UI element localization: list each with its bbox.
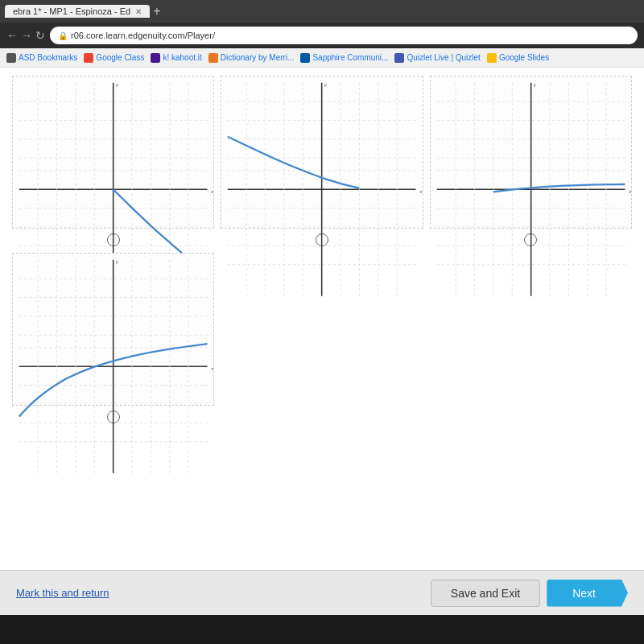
address-bar-row: ← → ↻ 🔒 r06.core.learn.edgenuity.com/Pla… [0, 23, 644, 48]
svg-text:x: x [629, 188, 631, 194]
tab-bar: ebra 1* - MP1 - Espinoza - Ed ✕ + [0, 0, 644, 23]
graphs-top-row: x y [12, 76, 632, 246]
bookmark-asd[interactable]: ASD Bookmarks [6, 53, 77, 63]
graph-box-3: x y [430, 76, 632, 229]
tab-title: ebra 1* - MP1 - Espinoza - Ed [13, 6, 130, 16]
address-bar[interactable]: 🔒 r06.core.learn.edgenuity.com/Player/ [50, 27, 638, 44]
refresh-button[interactable]: ↻ [35, 29, 45, 42]
button-group: Save and Exit Next [431, 580, 628, 607]
dictionary-icon [208, 53, 218, 63]
svg-text:x: x [211, 365, 213, 371]
graph-item-1: x y [12, 76, 214, 246]
graph-item-3: x y [430, 76, 632, 246]
bookmark-dictionary[interactable]: Dictionary by Merri... [208, 53, 295, 63]
slides-icon [487, 53, 497, 63]
active-tab[interactable]: ebra 1* - MP1 - Espinoza - Ed ✕ [5, 5, 150, 18]
kahoot-icon [151, 53, 160, 63]
forward-button[interactable]: → [21, 29, 32, 42]
nav-buttons: ← → ↻ [6, 29, 45, 42]
graph-item-4: x y [12, 253, 214, 423]
svg-text:y: y [116, 81, 119, 87]
svg-text:x: x [211, 188, 213, 194]
bookmark-slides[interactable]: Google Slides [487, 53, 549, 63]
bookmark-google-class[interactable]: Google Class [84, 53, 144, 63]
bookmark-kahoot[interactable]: k! kahoot.it [151, 53, 201, 63]
svg-text:y: y [116, 258, 119, 264]
graph-svg-2: x y [221, 76, 422, 302]
quiz-area: x y [0, 68, 644, 570]
next-button[interactable]: Next [547, 580, 628, 607]
bookmark-sapphire[interactable]: Sapphire Communi... [300, 53, 388, 63]
graph-svg-4: x y [13, 254, 213, 479]
graph-box-1: x y [12, 76, 214, 229]
sapphire-icon [300, 53, 310, 63]
bottom-bar: Mark this and return Save and Exit Next [0, 570, 644, 615]
graph-item-2: x y [221, 76, 423, 246]
bookmark-quizlet[interactable]: Quizlet Live | Quizlet [394, 53, 481, 63]
new-tab-icon[interactable]: + [153, 4, 160, 19]
google-class-icon [84, 53, 93, 63]
svg-text:x: x [420, 188, 423, 194]
back-button[interactable]: ← [6, 29, 18, 42]
bookmarks-bar: ASD Bookmarks Google Class k! kahoot.it … [0, 48, 644, 68]
svg-text:y: y [324, 81, 328, 87]
url-text: r06.core.learn.edgenuity.com/Player/ [71, 31, 215, 40]
mark-return-link[interactable]: Mark this and return [16, 587, 109, 599]
graph-box-4: x y [12, 253, 214, 406]
graph-svg-3: x y [431, 76, 631, 302]
bookmark-icon [6, 53, 16, 63]
tab-close-icon[interactable]: ✕ [135, 7, 142, 16]
svg-text:y: y [533, 81, 536, 87]
lock-icon: 🔒 [58, 31, 68, 40]
main-content: x y [0, 68, 644, 615]
save-exit-button[interactable]: Save and Exit [431, 580, 540, 607]
graph-box-2: x y [221, 76, 423, 229]
quizlet-icon [394, 53, 404, 63]
